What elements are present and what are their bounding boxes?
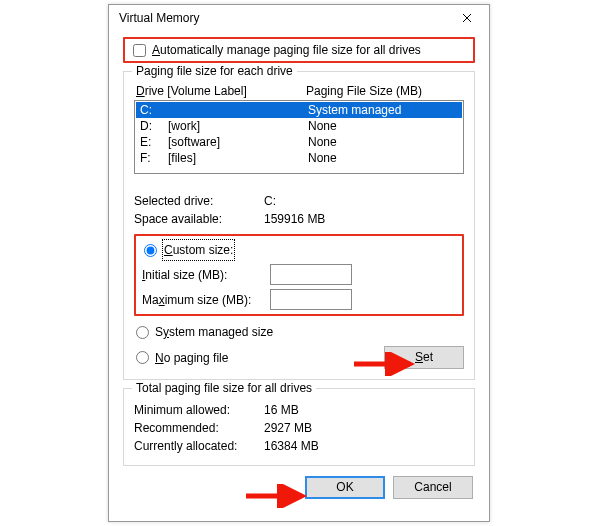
custom-size-label: Custom size:: [163, 240, 234, 260]
cancel-button[interactable]: Cancel: [393, 476, 473, 499]
drive-row[interactable]: E:[software]None: [136, 134, 462, 150]
system-managed-radio[interactable]: [136, 326, 149, 339]
drive-row[interactable]: C:System managed: [136, 102, 462, 118]
drive-row[interactable]: F:[files]None: [136, 150, 462, 166]
drive-list[interactable]: C:System managedD:[work]NoneE:[software]…: [134, 100, 464, 174]
maximum-size-input[interactable]: [270, 289, 352, 310]
currently-allocated-row: Currently allocated: 16384 MB: [134, 437, 464, 455]
drive-list-header: Drive [Volume Label] Paging File Size (M…: [134, 84, 464, 100]
space-available-row: Space available: 159916 MB: [134, 210, 464, 228]
per-drive-legend: Paging file size for each drive: [132, 64, 297, 78]
titlebar: Virtual Memory: [109, 5, 489, 31]
auto-manage-checkbox[interactable]: [133, 44, 146, 57]
close-icon: [462, 13, 472, 23]
maximum-size-label: Maximum size (MB):: [142, 293, 270, 307]
selected-drive-row: Selected drive: C:: [134, 192, 464, 210]
auto-manage-label: Automatically manage paging file size fo…: [152, 43, 421, 57]
system-managed-label: System managed size: [155, 322, 273, 342]
ok-button[interactable]: OK: [305, 476, 385, 499]
close-button[interactable]: [447, 6, 487, 30]
totals-legend: Total paging file size for all drives: [132, 381, 316, 395]
minimum-allowed-row: Minimum allowed: 16 MB: [134, 401, 464, 419]
initial-size-input[interactable]: [270, 264, 352, 285]
per-drive-group: Paging file size for each drive Drive [V…: [123, 71, 475, 380]
virtual-memory-dialog: Virtual Memory Automatically manage pagi…: [108, 4, 490, 522]
window-title: Virtual Memory: [119, 11, 447, 25]
totals-group: Total paging file size for all drives Mi…: [123, 388, 475, 466]
dialog-footer: OK Cancel: [123, 476, 475, 499]
initial-size-label: Initial size (MB):: [142, 268, 270, 282]
custom-size-block: Custom size: Initial size (MB): Maximum …: [134, 234, 464, 316]
recommended-row: Recommended: 2927 MB: [134, 419, 464, 437]
auto-manage-row: Automatically manage paging file size fo…: [123, 37, 475, 63]
no-paging-file-radio[interactable]: [136, 351, 149, 364]
custom-size-radio[interactable]: [144, 244, 157, 257]
no-paging-file-label: No paging file: [155, 348, 228, 368]
drive-row[interactable]: D:[work]None: [136, 118, 462, 134]
set-button[interactable]: Set: [384, 346, 464, 369]
